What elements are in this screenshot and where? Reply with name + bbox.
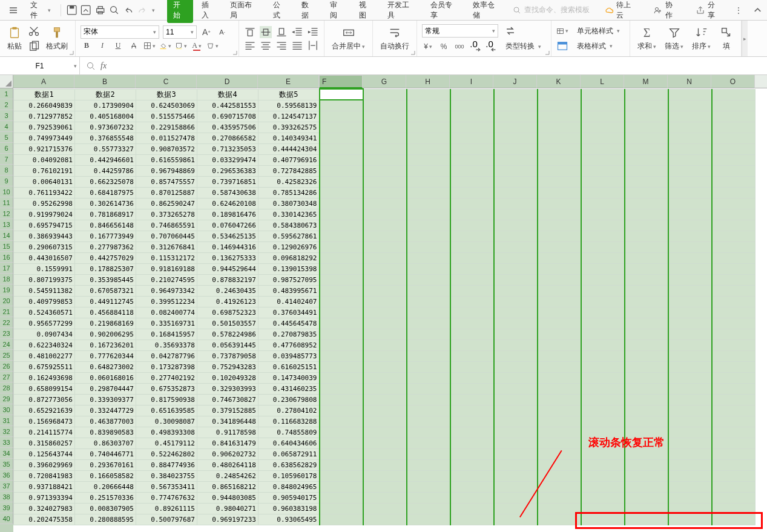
cell[interactable]: 0.125643744: [14, 448, 75, 459]
cell[interactable]: [668, 252, 712, 263]
cell[interactable]: 0.251570336: [75, 492, 136, 503]
cell[interactable]: [538, 329, 581, 340]
cell[interactable]: [320, 111, 363, 122]
cell[interactable]: [712, 165, 755, 176]
row-header[interactable]: 28: [0, 383, 13, 393]
cell[interactable]: [407, 318, 450, 329]
cell[interactable]: [625, 394, 668, 405]
cell[interactable]: 0.230679808: [258, 394, 320, 405]
cell[interactable]: [320, 143, 363, 154]
cell[interactable]: 0.921715376: [14, 143, 75, 154]
cell[interactable]: [538, 427, 581, 438]
cell[interactable]: [450, 438, 494, 448]
cell[interactable]: 0.315860257: [14, 438, 75, 448]
cell[interactable]: 0.324027983: [14, 503, 75, 514]
cell[interactable]: 0.652921639: [14, 405, 75, 416]
cell[interactable]: [625, 154, 668, 165]
cell[interactable]: [712, 133, 755, 143]
cell[interactable]: [407, 416, 450, 427]
cell[interactable]: [494, 241, 538, 252]
cell[interactable]: 0.229158866: [136, 122, 197, 133]
cell[interactable]: 0.95262998: [14, 198, 75, 209]
cell[interactable]: [494, 416, 538, 427]
cell[interactable]: [668, 263, 712, 274]
cell[interactable]: [363, 307, 407, 318]
row-header[interactable]: 1: [0, 88, 13, 99]
cell[interactable]: [363, 470, 407, 481]
cell[interactable]: 0.41926123: [197, 296, 258, 307]
cell[interactable]: [320, 296, 363, 307]
clear-format-icon[interactable]: ▾: [206, 40, 219, 52]
cell[interactable]: 0.937188421: [14, 481, 75, 492]
cell[interactable]: [538, 285, 581, 296]
cell[interactable]: [668, 361, 712, 372]
cell[interactable]: [581, 481, 625, 492]
cell[interactable]: [407, 307, 450, 318]
cell[interactable]: [581, 133, 625, 143]
cell[interactable]: [494, 340, 538, 350]
cell[interactable]: 0.076047266: [197, 220, 258, 231]
cell[interactable]: [494, 503, 538, 514]
cell[interactable]: 0.740446771: [75, 448, 136, 459]
cell[interactable]: 0.848024965: [258, 481, 320, 492]
cell[interactable]: 0.515575466: [136, 111, 197, 122]
italic-icon[interactable]: I: [96, 40, 108, 52]
cell[interactable]: [668, 405, 712, 416]
cell[interactable]: [363, 514, 407, 525]
cell[interactable]: 0.442757029: [75, 252, 136, 263]
cell[interactable]: [320, 383, 363, 394]
cell[interactable]: [494, 143, 538, 154]
cell[interactable]: [538, 111, 581, 122]
cell[interactable]: [363, 133, 407, 143]
cell[interactable]: 0.312676841: [136, 241, 197, 252]
cell[interactable]: [407, 165, 450, 176]
cell[interactable]: [494, 133, 538, 143]
cell[interactable]: [712, 340, 755, 350]
cell[interactable]: [712, 361, 755, 372]
cell[interactable]: [363, 263, 407, 274]
cells-area[interactable]: 数据1数据2数据3数据4数据50.2660498390.173909040.62…: [13, 88, 755, 532]
cell[interactable]: 0.86303707: [75, 438, 136, 448]
cell[interactable]: 0.55773327: [75, 143, 136, 154]
row-header[interactable]: 26: [0, 361, 13, 372]
cell[interactable]: [538, 263, 581, 274]
cell[interactable]: [712, 220, 755, 231]
cell[interactable]: [668, 187, 712, 198]
cell[interactable]: 0.690715708: [197, 111, 258, 122]
cell[interactable]: 0.960383198: [258, 503, 320, 514]
cell[interactable]: 0.335169731: [136, 318, 197, 329]
cell[interactable]: [712, 427, 755, 438]
cell[interactable]: [712, 187, 755, 198]
cell[interactable]: 0.918169188: [136, 263, 197, 274]
cell[interactable]: [450, 416, 494, 427]
cell[interactable]: [712, 176, 755, 187]
cell[interactable]: [668, 198, 712, 209]
cell[interactable]: 0.93065495: [258, 514, 320, 525]
tab-review[interactable]: 审阅: [324, 0, 350, 23]
cell[interactable]: 0.24630435: [197, 285, 258, 296]
cell[interactable]: [407, 329, 450, 340]
ribbon-scroll-right[interactable]: ▸: [742, 21, 748, 56]
cell[interactable]: [320, 154, 363, 165]
cell[interactable]: 0.449112745: [75, 296, 136, 307]
cell[interactable]: [538, 307, 581, 318]
cell[interactable]: 0.293670161: [75, 459, 136, 470]
cell[interactable]: [450, 470, 494, 481]
cell[interactable]: [363, 340, 407, 350]
cell[interactable]: 0.761193422: [14, 187, 75, 198]
row-header[interactable]: 8: [0, 165, 13, 176]
cell[interactable]: [450, 274, 494, 285]
cell[interactable]: [712, 394, 755, 405]
cell[interactable]: 0.202475358: [14, 514, 75, 525]
cell[interactable]: 0.435957506: [197, 122, 258, 133]
percent-icon[interactable]: %: [438, 41, 450, 53]
cell[interactable]: [581, 350, 625, 361]
cell[interactable]: [407, 252, 450, 263]
cell[interactable]: 0.578224986: [197, 329, 258, 340]
row-header[interactable]: 23: [0, 328, 13, 339]
cell[interactable]: [712, 329, 755, 340]
cell[interactable]: 0.616025151: [258, 361, 320, 372]
cell[interactable]: [581, 470, 625, 481]
col-header-L[interactable]: L: [581, 75, 624, 88]
cell[interactable]: 0.944803085: [197, 492, 258, 503]
